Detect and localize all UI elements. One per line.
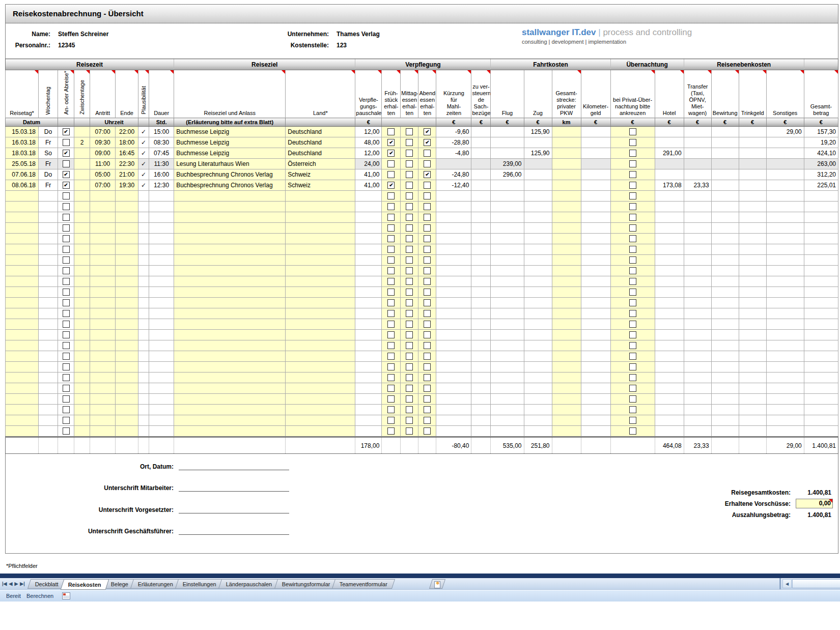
- checkbox-fruehstueck[interactable]: [387, 267, 395, 274]
- checkbox-privat_uebernachtung[interactable]: [629, 224, 636, 232]
- sheet-tab-teameventformular[interactable]: Teameventformular: [332, 579, 395, 589]
- cell-land[interactable]: [286, 202, 355, 212]
- cell-land[interactable]: [286, 426, 355, 437]
- cell-reiseziel[interactable]: [174, 202, 286, 212]
- checkbox-fruehstueck[interactable]: [387, 331, 395, 338]
- cell-reisetag[interactable]: [6, 276, 39, 287]
- cell-zwischentage[interactable]: [74, 373, 90, 383]
- cell-zwischentage[interactable]: [74, 169, 90, 180]
- cell-reisetag[interactable]: [6, 287, 39, 298]
- cell-reisetag[interactable]: [6, 330, 39, 340]
- checkbox-mittagessen[interactable]: [406, 214, 413, 221]
- checkbox-mittagessen[interactable]: [406, 267, 413, 274]
- name-value[interactable]: Steffen Schreiner: [58, 31, 108, 38]
- cell-land[interactable]: [286, 319, 355, 330]
- checkbox-privat_uebernachtung[interactable]: [629, 128, 636, 135]
- hscroll-left-arrow-icon[interactable]: ◀: [782, 579, 792, 588]
- checkbox-abendessen[interactable]: [424, 321, 431, 328]
- cell-gesamtstrecke[interactable]: [552, 148, 581, 159]
- checkbox-privat_uebernachtung[interactable]: [629, 353, 636, 360]
- checkbox-abendessen[interactable]: [424, 374, 431, 381]
- cell-reiseziel[interactable]: [174, 319, 286, 330]
- sheet-tab-erläuterungen[interactable]: Erläuterungen: [130, 579, 181, 589]
- cell-zwischentage[interactable]: [74, 308, 90, 319]
- cell-reisetag[interactable]: 16.03.18: [6, 137, 39, 148]
- tab-nav-prev-icon[interactable]: ◀: [9, 580, 12, 587]
- cell-reisetag[interactable]: [6, 394, 39, 405]
- cell-gesamtstrecke[interactable]: [552, 426, 581, 437]
- cell-reiseziel[interactable]: [174, 426, 286, 437]
- checkbox-an_abreise[interactable]: [63, 321, 70, 328]
- cell-zwischentage[interactable]: [74, 127, 90, 137]
- cell-antritt[interactable]: [90, 330, 116, 340]
- cell-gesamtstrecke[interactable]: [552, 212, 581, 223]
- cell-ende[interactable]: [116, 319, 138, 330]
- cell-zwischentage[interactable]: [74, 394, 90, 405]
- cell-reiseziel[interactable]: [174, 191, 286, 202]
- checkbox-privat_uebernachtung[interactable]: [629, 235, 636, 242]
- checkbox-mittagessen[interactable]: [406, 160, 413, 167]
- cell-antritt[interactable]: [90, 223, 116, 234]
- cell-reiseziel[interactable]: [174, 266, 286, 276]
- checkbox-abendessen[interactable]: [424, 363, 431, 370]
- cell-antritt[interactable]: 07:00: [90, 127, 116, 137]
- cell-antritt[interactable]: [90, 405, 116, 415]
- checkbox-fruehstueck[interactable]: [387, 374, 395, 381]
- checkbox-privat_uebernachtung[interactable]: [629, 427, 636, 435]
- checkbox-abendessen[interactable]: [424, 160, 431, 167]
- checkbox-privat_uebernachtung[interactable]: [629, 299, 636, 306]
- checkbox-privat_uebernachtung[interactable]: [629, 160, 636, 167]
- cell-antritt[interactable]: [90, 340, 116, 351]
- checkbox-fruehstueck[interactable]: [387, 395, 395, 403]
- ort-datum-line[interactable]: [179, 461, 289, 470]
- cell-reiseziel[interactable]: [174, 340, 286, 351]
- checkbox-mittagessen[interactable]: [406, 192, 413, 199]
- cell-ende[interactable]: [116, 383, 138, 394]
- checkbox-abendessen[interactable]: [424, 342, 431, 349]
- cell-ende[interactable]: 19:30: [116, 180, 138, 191]
- checkbox-mittagessen[interactable]: [406, 256, 413, 264]
- checkbox-fruehstueck[interactable]: [387, 128, 395, 135]
- cell-gesamtstrecke[interactable]: [552, 362, 581, 373]
- cell-land[interactable]: Österreich: [286, 159, 355, 169]
- checkbox-an_abreise[interactable]: [63, 427, 70, 435]
- cell-reiseziel[interactable]: [174, 373, 286, 383]
- cell-land[interactable]: Deutschland: [286, 148, 355, 159]
- mitarbeiter-line[interactable]: [179, 482, 289, 492]
- checkbox-abendessen[interactable]: [424, 246, 431, 253]
- checkbox-abendessen[interactable]: [424, 289, 431, 296]
- cell-reiseziel[interactable]: [174, 212, 286, 223]
- cell-land[interactable]: [286, 340, 355, 351]
- cell-ende[interactable]: 22:00: [116, 127, 138, 137]
- checkbox-privat_uebernachtung[interactable]: [629, 321, 636, 328]
- cell-antritt[interactable]: [90, 415, 116, 426]
- checkbox-abendessen[interactable]: [424, 385, 431, 392]
- checkbox-mittagessen[interactable]: [406, 278, 413, 285]
- checkbox-fruehstueck[interactable]: [387, 406, 395, 413]
- cell-ende[interactable]: [116, 394, 138, 405]
- cell-ende[interactable]: [116, 276, 138, 287]
- cell-land[interactable]: Schweiz: [286, 180, 355, 191]
- cell-gesamtstrecke[interactable]: [552, 319, 581, 330]
- checkbox-mittagessen[interactable]: [406, 235, 413, 242]
- checkbox-fruehstueck[interactable]: [387, 363, 395, 370]
- cell-land[interactable]: [286, 405, 355, 415]
- checkbox-privat_uebernachtung[interactable]: [629, 310, 636, 317]
- checkbox-abendessen[interactable]: [424, 203, 431, 210]
- cell-ende[interactable]: [116, 287, 138, 298]
- cell-gesamtstrecke[interactable]: [552, 287, 581, 298]
- cell-gesamtstrecke[interactable]: [552, 244, 581, 255]
- checkbox-mittagessen[interactable]: [406, 417, 413, 424]
- checkbox-privat_uebernachtung[interactable]: [629, 139, 636, 146]
- geschaeftsfuehrer-line[interactable]: [179, 525, 289, 535]
- cell-reisetag[interactable]: [6, 212, 39, 223]
- cell-reiseziel[interactable]: [174, 383, 286, 394]
- cell-ende[interactable]: [116, 330, 138, 340]
- sheet-tab-bewirtungsformular[interactable]: Bewirtungsformular: [274, 579, 338, 589]
- cell-antritt[interactable]: [90, 287, 116, 298]
- cell-gesamtstrecke[interactable]: [552, 394, 581, 405]
- checkbox-privat_uebernachtung[interactable]: [629, 342, 636, 349]
- cell-reiseziel[interactable]: [174, 415, 286, 426]
- tab-scroll-splitter[interactable]: [779, 578, 781, 589]
- checkbox-abendessen[interactable]: [424, 427, 431, 435]
